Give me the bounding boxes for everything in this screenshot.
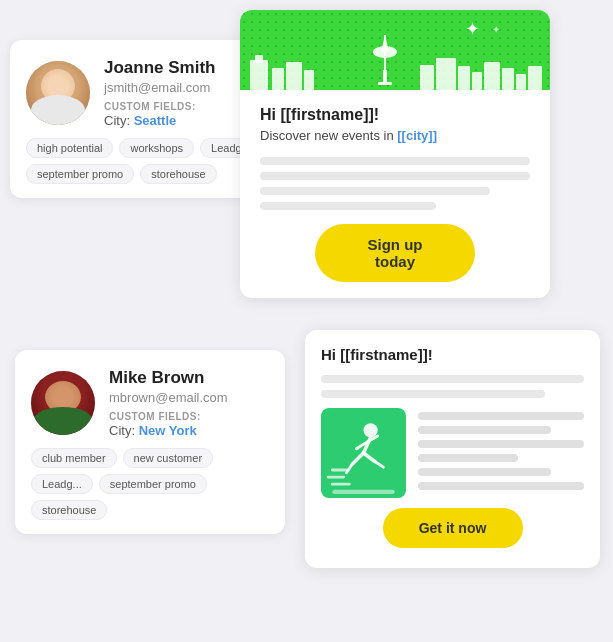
svg-rect-9 <box>378 82 392 85</box>
placeholder-line-2-2 <box>321 390 545 398</box>
signup-cta-button[interactable]: Sign up today <box>315 224 475 282</box>
tag-storehouse: storehouse <box>140 164 216 184</box>
svg-rect-3 <box>286 62 302 90</box>
banner-star2: ✦ <box>492 24 500 35</box>
svg-point-19 <box>364 423 378 437</box>
placeholder-line-4 <box>260 202 436 210</box>
profile-card-2: Mike Brown mbrown@email.com CUSTOM FIELD… <box>15 350 285 534</box>
svg-rect-11 <box>436 58 456 90</box>
promo-line-6 <box>418 482 584 490</box>
city-token: [[city]] <box>397 128 437 143</box>
profile-header-2: Mike Brown mbrown@email.com CUSTOM FIELD… <box>31 368 269 438</box>
svg-rect-0 <box>250 60 268 90</box>
tags-row-2: club member new customer Leadg... septem… <box>31 448 269 520</box>
profile-city-1: City: Seattle <box>104 113 215 128</box>
tag-club-member: club member <box>31 448 117 468</box>
tag-high-potential: high potential <box>26 138 113 158</box>
svg-marker-7 <box>381 35 389 52</box>
svg-rect-1 <box>255 55 263 63</box>
promo-line-2 <box>418 426 551 434</box>
svg-rect-17 <box>528 66 542 90</box>
banner-star: ✦ <box>465 18 480 40</box>
cityscape-svg <box>240 30 550 90</box>
tag-storehouse-2: storehouse <box>31 500 107 520</box>
email-subtext-1: Discover new events in [[city]] <box>260 128 530 143</box>
tag-workshops: workshops <box>119 138 194 158</box>
profile-name-1: Joanne Smith <box>104 58 215 78</box>
getit-cta-button[interactable]: Get it now <box>383 508 523 548</box>
email-body-1: Hi [[firstname]]! Discover new events in… <box>240 90 550 298</box>
profile-info-1: Joanne Smith jsmith@email.com CUSTOM FIE… <box>104 58 215 128</box>
placeholder-line-2 <box>260 172 530 180</box>
custom-fields-label-1: CUSTOM FIELDS: <box>104 101 215 112</box>
promo-lines-col <box>418 408 584 496</box>
email-body-2: Hi [[firstname]]! <box>305 330 600 568</box>
placeholder-line-2-1 <box>321 375 584 383</box>
placeholder-line-3 <box>260 187 490 195</box>
tag-new-customer: new customer <box>123 448 213 468</box>
avatar-1 <box>26 61 90 125</box>
svg-rect-16 <box>516 74 526 90</box>
svg-rect-2 <box>272 68 284 90</box>
promo-line-3 <box>418 440 584 448</box>
profile-info-2: Mike Brown mbrown@email.com CUSTOM FIELD… <box>109 368 228 438</box>
email-greeting-1: Hi [[firstname]]! <box>260 106 530 124</box>
city-label-2: City: <box>109 423 135 438</box>
city-value-1: Seattle <box>134 113 177 128</box>
runner-svg <box>321 408 406 498</box>
tags-row-1: high potential workshops Leadg... septem… <box>26 138 264 184</box>
tag-leadg-2: Leadg... <box>31 474 93 494</box>
city-label-1: City: <box>104 113 130 128</box>
svg-rect-13 <box>472 72 482 90</box>
avatar-2 <box>31 371 95 435</box>
svg-rect-10 <box>420 65 434 90</box>
svg-rect-12 <box>458 66 470 90</box>
promo-line-4 <box>418 454 518 462</box>
email-banner-1: ✦ ✦ <box>240 10 550 90</box>
email-preview-card-2: Hi [[firstname]]! <box>305 330 600 568</box>
profile-name-2: Mike Brown <box>109 368 228 388</box>
email-greeting-2: Hi [[firstname]]! <box>321 346 584 363</box>
promo-image <box>321 408 406 498</box>
email-preview-card-1: ✦ ✦ Hi [[firstname]]! Discover new event… <box>240 10 550 298</box>
svg-rect-14 <box>484 62 500 90</box>
tag-september-promo-2: september promo <box>99 474 207 494</box>
placeholder-line-1 <box>260 157 530 165</box>
placeholder-lines-2 <box>321 375 584 398</box>
svg-rect-4 <box>304 70 314 90</box>
profile-city-2: City: New York <box>109 423 228 438</box>
profile-email-2: mbrown@email.com <box>109 390 228 405</box>
placeholder-lines-1 <box>260 157 530 210</box>
promo-line-1 <box>418 412 584 420</box>
tag-september-promo: september promo <box>26 164 134 184</box>
svg-rect-15 <box>502 68 514 90</box>
city-value-2: New York <box>139 423 197 438</box>
promo-line-5 <box>418 468 551 476</box>
profile-email-1: jsmith@email.com <box>104 80 215 95</box>
profile-header-1: Joanne Smith jsmith@email.com CUSTOM FIE… <box>26 58 264 128</box>
email-content-row <box>321 408 584 498</box>
svg-rect-30 <box>332 490 394 494</box>
custom-fields-label-2: CUSTOM FIELDS: <box>109 411 228 422</box>
